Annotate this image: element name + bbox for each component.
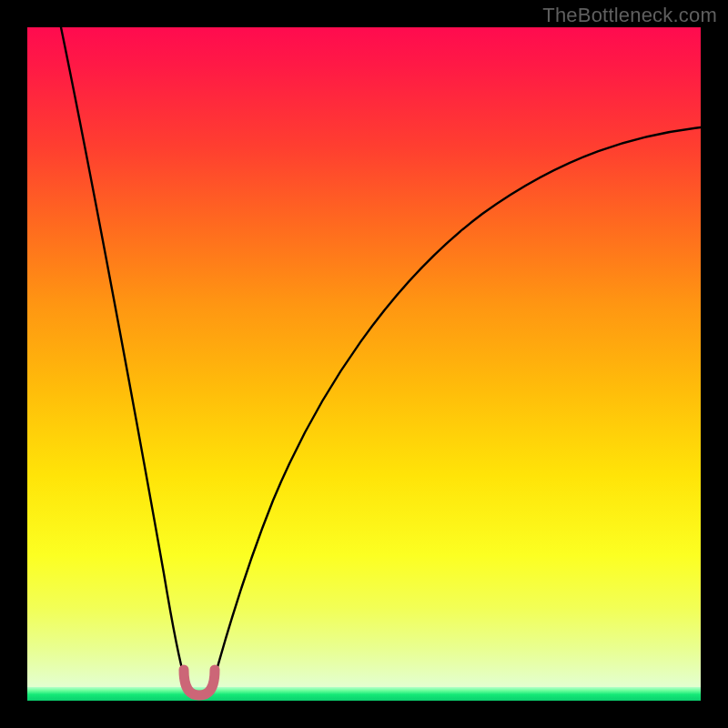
watermark-text: TheBottleneck.com <box>542 4 717 27</box>
curve-right-branch <box>213 127 701 682</box>
curve-layer <box>27 27 701 701</box>
curve-left-branch <box>61 27 186 682</box>
optimal-u-marker <box>184 670 215 695</box>
chart-stage: TheBottleneck.com <box>0 0 728 728</box>
plot-area <box>27 27 701 701</box>
